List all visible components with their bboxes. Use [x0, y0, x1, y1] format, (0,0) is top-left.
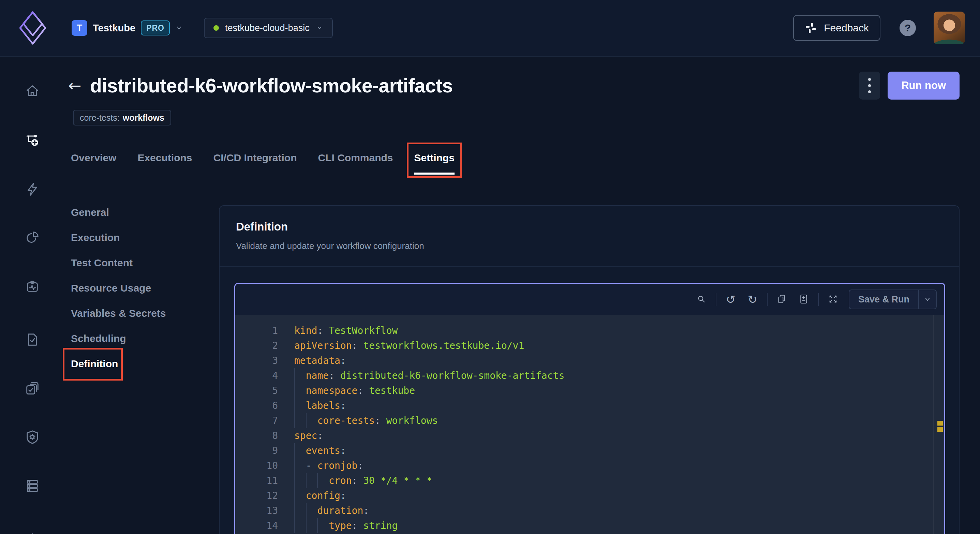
yaml-token: config — [306, 488, 340, 503]
sidebar-item-executions[interactable] — [25, 381, 40, 397]
triggers-icon — [25, 193, 40, 198]
yaml-token: core-tests — [317, 413, 375, 428]
code-line-content: labels: — [278, 398, 346, 413]
yaml-token: distributed-k6-workflow-smoke-artifacts — [340, 368, 564, 383]
question-mark-icon: ? — [905, 22, 911, 34]
code-line-content: spec: — [278, 428, 323, 443]
settings-nav-label: Resource Usage — [71, 282, 151, 294]
editor-copy-button[interactable] — [775, 292, 789, 307]
yaml-token: namespace — [306, 383, 358, 398]
settings-nav: GeneralExecutionTest ContentResource Usa… — [68, 205, 219, 383]
org-name: Testkube — [93, 22, 135, 34]
tab-label: Overview — [71, 152, 116, 163]
settings-nav-test-content[interactable]: Test Content — [71, 257, 133, 269]
tab-executions[interactable]: Executions — [137, 152, 192, 175]
indent-guide — [306, 413, 317, 428]
indent-guide — [294, 503, 306, 518]
indent-guide — [294, 518, 306, 533]
executions-icon — [25, 392, 40, 397]
yaml-token: workflows — [387, 413, 438, 428]
yaml-token: duration — [317, 503, 363, 518]
sidebar-item-security[interactable] — [25, 429, 40, 446]
insights-icon — [25, 242, 40, 247]
settings-nav-row: Definition — [71, 358, 219, 370]
toolbar-separator — [716, 293, 716, 306]
sidebar-item-settings[interactable] — [25, 531, 40, 534]
feedback-button[interactable]: Feedback — [793, 15, 880, 41]
indent-guide — [306, 473, 317, 488]
sidebar-item-health[interactable] — [25, 279, 40, 296]
sidebar-item-sources[interactable] — [25, 478, 40, 495]
tab-settings[interactable]: Settings — [414, 152, 455, 175]
code-line-content: cron: 30 */4 * * * — [278, 473, 433, 488]
definition-panel: Definition Validate and update your work… — [219, 205, 959, 534]
editor-toolbar-icons: ↺↻ — [690, 292, 844, 307]
settings-nav-general[interactable]: General — [71, 207, 109, 218]
code-line: 14type: string — [235, 518, 944, 533]
header-actions: Run now — [859, 72, 959, 100]
yaml-token: cron — [329, 473, 352, 488]
org-switcher[interactable]: T Testkube PRO — [72, 20, 183, 36]
save-options-chevron[interactable] — [918, 290, 936, 308]
code-line: 2apiVersion: testworkflows.testkube.io/v… — [235, 338, 944, 353]
sidebar-item-tests[interactable] — [25, 332, 40, 348]
editor-expand-button[interactable] — [826, 292, 840, 307]
tab-ci-cd-integration[interactable]: CI/CD Integration — [213, 152, 297, 175]
settings-nav-row: Scheduling — [71, 333, 219, 345]
tab-label: Executions — [137, 152, 192, 163]
yaml-token: : — [317, 428, 323, 443]
yaml-editor[interactable]: ↺↻ Save & Run 1kind: TestWorkflow2apiVer… — [234, 283, 945, 534]
sidebar-item-triggers[interactable] — [25, 181, 40, 198]
sidebar-item-create-test-workflow[interactable] — [24, 132, 41, 149]
save-and-run-button[interactable]: Save & Run — [849, 289, 937, 309]
editor-search-button[interactable] — [694, 292, 709, 307]
sidebar-item-home[interactable] — [25, 83, 40, 100]
label-badge-value: workflows — [123, 113, 164, 123]
yaml-token: metadata — [294, 353, 340, 368]
label-badge-key: core-tests: — [80, 113, 120, 123]
back-arrow-icon[interactable]: ← — [68, 76, 90, 95]
panel-title: Definition — [236, 220, 942, 233]
tab-label: CLI Commands — [318, 152, 393, 163]
tab-overview[interactable]: Overview — [71, 152, 116, 175]
app-root: T Testkube PRO testkube-cloud-basic Feed… — [0, 0, 980, 534]
help-button[interactable]: ? — [899, 20, 916, 36]
yaml-token: type — [329, 518, 352, 533]
org-avatar: T — [72, 20, 87, 36]
yaml-token: : — [375, 413, 387, 428]
indent-guide — [306, 518, 317, 533]
settings-nav-execution[interactable]: Execution — [71, 232, 120, 243]
yaml-token: 30 */4 * * * — [363, 473, 432, 488]
yaml-token: testkube — [369, 383, 415, 398]
testkube-logo-icon[interactable] — [16, 10, 49, 46]
yaml-token: : — [329, 368, 340, 383]
scrollbar-track[interactable] — [933, 315, 934, 534]
indent-guide — [294, 488, 306, 503]
settings-nav-definition[interactable]: Definition — [71, 358, 118, 370]
user-avatar[interactable] — [934, 11, 965, 44]
indent-guide — [294, 368, 306, 383]
yaml-token: spec — [294, 428, 317, 443]
run-now-button[interactable]: Run now — [888, 72, 959, 100]
environment-name: testkube-cloud-basic — [225, 23, 310, 33]
editor-diff-button[interactable] — [796, 292, 811, 307]
indent-guide — [294, 413, 306, 428]
line-number: 3 — [235, 353, 278, 368]
settings-nav-row: General — [71, 207, 219, 218]
editor-undo-button[interactable]: ↺ — [723, 292, 738, 307]
settings-nav-scheduling[interactable]: Scheduling — [71, 333, 126, 345]
yaml-token: : — [340, 398, 346, 413]
tab-label: CI/CD Integration — [213, 152, 297, 163]
environment-selector[interactable]: testkube-cloud-basic — [204, 18, 333, 38]
code-area[interactable]: 1kind: TestWorkflow2apiVersion: testwork… — [235, 315, 944, 534]
editor-redo-button[interactable]: ↻ — [745, 292, 760, 307]
topbar: T Testkube PRO testkube-cloud-basic Feed… — [0, 0, 980, 57]
line-number: 2 — [235, 338, 278, 353]
settings-nav-resource-usage[interactable]: Resource Usage — [71, 282, 151, 294]
tab-cli-commands[interactable]: CLI Commands — [318, 152, 393, 175]
yaml-token: : — [352, 518, 363, 533]
settings-nav-variables-secrets[interactable]: Variables & Secrets — [71, 308, 166, 319]
kebab-menu-button[interactable] — [859, 72, 880, 100]
redo-icon: ↻ — [748, 294, 758, 305]
sidebar-item-insights[interactable] — [25, 230, 40, 247]
